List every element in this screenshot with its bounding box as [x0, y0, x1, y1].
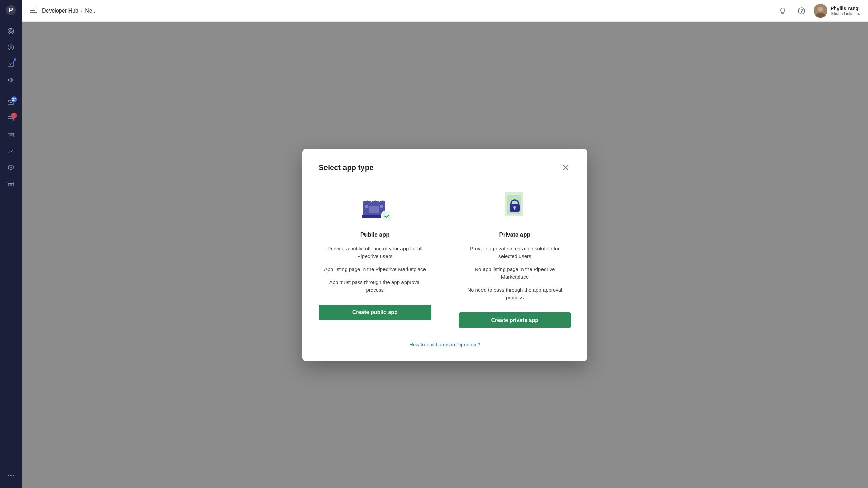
target-icon[interactable]: [4, 24, 18, 38]
private-feature-2: No app listing page in the Pipedrive Mar…: [459, 266, 571, 281]
sidebar: P $ 27 1: [0, 0, 22, 488]
modal-close-button[interactable]: [560, 162, 571, 173]
private-app-features: Provide a private integration solution f…: [459, 245, 571, 302]
box-icon[interactable]: [4, 161, 18, 174]
modal: Select app type: [302, 149, 587, 361]
private-feature-1: Provide a private integration solution f…: [459, 245, 571, 260]
modal-options: Public app Provide a public offering of …: [319, 184, 571, 328]
help-link[interactable]: How to build apps in Pipedrive?: [409, 342, 480, 347]
svg-rect-29: [514, 208, 515, 210]
public-feature-2: App listing page in the Pipedrive Market…: [319, 266, 431, 273]
user-company: Silicon Links Inc: [831, 11, 860, 16]
svg-rect-21: [369, 206, 379, 213]
breadcrumb: Developer Hub / Ne...: [30, 8, 97, 14]
check-circle: [381, 210, 392, 221]
svg-point-18: [818, 7, 823, 12]
svg-point-15: [798, 8, 805, 14]
calendar-icon[interactable]: 1: [4, 112, 18, 125]
modal-title: Select app type: [319, 163, 373, 172]
svg-point-13: [10, 475, 12, 476]
private-feature-3: No need to pass through the app approval…: [459, 286, 571, 302]
store-icon[interactable]: [4, 177, 18, 190]
svg-rect-10: [8, 133, 14, 137]
svg-point-12: [8, 475, 9, 476]
public-app-option: Public app Provide a public offering of …: [319, 184, 431, 328]
public-app-title: Public app: [360, 231, 390, 238]
top-header: Developer Hub / Ne...: [22, 0, 868, 22]
megaphone-icon[interactable]: [4, 73, 18, 87]
tasks-icon[interactable]: [4, 57, 18, 70]
svg-point-4: [11, 31, 12, 32]
svg-rect-7: [8, 61, 14, 66]
public-app-icon: [355, 184, 395, 225]
private-app-title: Private app: [499, 231, 530, 238]
public-feature-3: App must pass through the app approval p…: [319, 279, 431, 294]
user-info[interactable]: Phyllis Yang Silicon Links Inc: [814, 4, 860, 18]
public-app-features: Provide a public offering of your app fo…: [319, 245, 431, 294]
breadcrumb-current: Ne...: [85, 8, 97, 14]
more-icon[interactable]: [4, 469, 18, 483]
modal-header: Select app type: [319, 162, 571, 173]
mail-icon[interactable]: 27: [4, 96, 18, 109]
menu-icon[interactable]: [30, 8, 37, 14]
user-name: Phyllis Yang: [831, 6, 860, 11]
calendar-badge: 1: [11, 113, 17, 119]
svg-text:P: P: [9, 7, 13, 14]
modal-divider: [445, 184, 445, 328]
avatar: [814, 4, 827, 18]
main-content: Developer Hub / Ne...: [22, 0, 868, 488]
help-button[interactable]: [795, 4, 808, 18]
create-public-app-button[interactable]: Create public app: [319, 305, 431, 320]
breadcrumb-root: Developer Hub: [42, 8, 78, 14]
sidebar-bottom: [4, 468, 18, 484]
svg-point-16: [801, 12, 802, 13]
lightbulb-button[interactable]: [776, 4, 789, 18]
modal-footer: How to build apps in Pipedrive?: [319, 339, 571, 348]
private-app-option: Private app Provide a private integratio…: [459, 184, 571, 328]
svg-point-14: [13, 475, 14, 476]
user-text: Phyllis Yang Silicon Links Inc: [831, 6, 860, 16]
page-body: Select app type: [22, 22, 868, 488]
mail-badge: 27: [11, 96, 17, 102]
modal-overlay: Select app type: [22, 22, 868, 488]
create-private-app-button[interactable]: Create private app: [459, 312, 571, 328]
header-right: Phyllis Yang Silicon Links Inc: [776, 4, 860, 18]
public-feature-1: Provide a public offering of your app fo…: [319, 245, 431, 260]
svg-rect-22: [365, 205, 368, 208]
svg-rect-23: [380, 205, 383, 208]
sidebar-divider: [5, 91, 16, 92]
dollar-icon[interactable]: $: [4, 41, 18, 54]
svg-text:$: $: [10, 45, 12, 50]
sidebar-logo[interactable]: P: [5, 4, 17, 16]
svg-point-11: [9, 135, 11, 136]
breadcrumb-separator: /: [81, 8, 82, 14]
chart-icon[interactable]: [4, 144, 18, 158]
id-card-icon[interactable]: [4, 128, 18, 142]
private-app-icon: [494, 184, 535, 225]
